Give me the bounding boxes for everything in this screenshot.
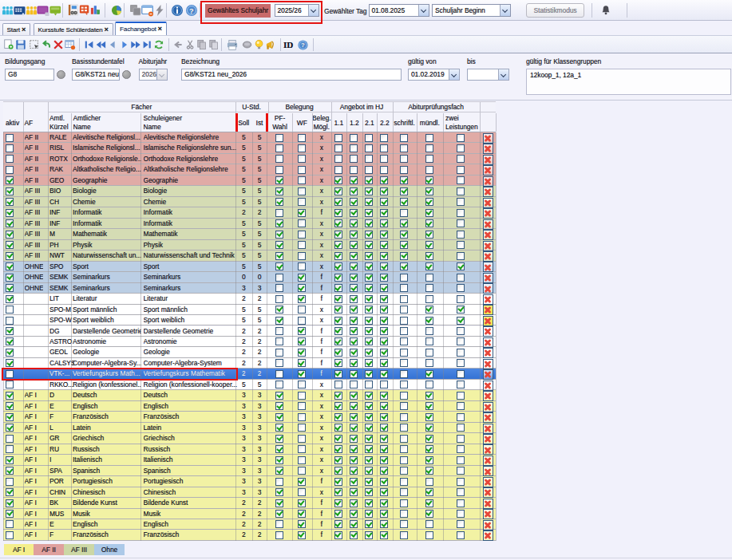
svg-text:?: ? [189, 6, 194, 15]
svg-text:?: ? [301, 41, 305, 49]
